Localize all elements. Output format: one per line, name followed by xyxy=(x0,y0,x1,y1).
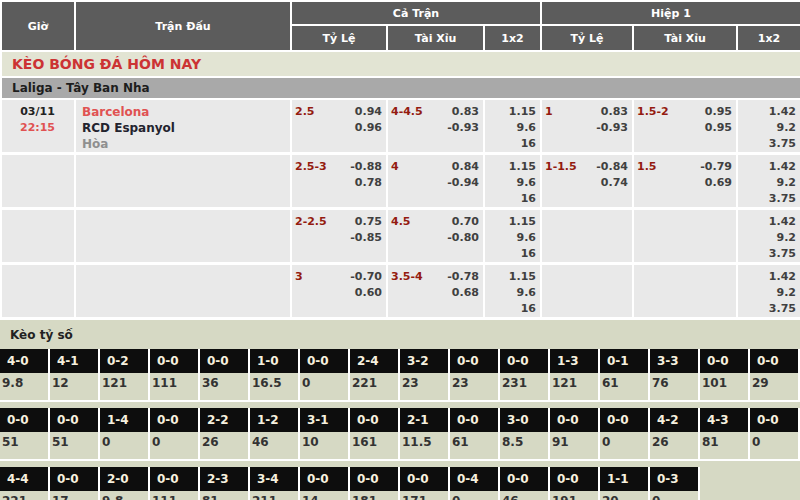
ft-1x2-cell[interactable]: 1.15 9.6 16 xyxy=(484,209,541,264)
ft-over-under-cell[interactable]: 4-4.50.83 -0.93 xyxy=(387,99,484,154)
score-odds-cell[interactable]: 4-4221 xyxy=(0,467,50,500)
away-team[interactable]: RCD Espanyol xyxy=(82,120,286,136)
score-odds-cell[interactable]: 0-023 xyxy=(450,349,500,402)
h1-handicap-cell[interactable]: 10.83 -0.93 xyxy=(541,99,633,154)
h1-1x2-cell[interactable]: 1.42 9.2 3.75 xyxy=(737,209,800,264)
col-header-ft-handicap: Tỷ Lệ xyxy=(291,25,387,51)
correct-score-section: Kèo tỷ số 4-09.84-1120-21210-01110-0361-… xyxy=(0,320,800,500)
score-odds-cell[interactable]: 0-161 xyxy=(600,349,650,402)
over-under-line: 4-4.5 xyxy=(391,104,423,120)
ft-handicap-cell[interactable]: 2.5-3-0.88 0.78 xyxy=(291,154,387,209)
match-teams-cell[interactable]: Barcelona RCD Espanyol Hòa xyxy=(75,99,291,154)
score-odds-cell[interactable]: 0-051 xyxy=(50,408,100,461)
score-odds-value: 0 xyxy=(650,491,698,500)
score-odds-cell[interactable]: 0-036 xyxy=(200,349,250,402)
score-odds-cell[interactable]: 3-08.5 xyxy=(500,408,550,461)
match-teams-cell xyxy=(75,264,291,319)
score-odds-cell[interactable]: 0-00 xyxy=(750,408,800,461)
score-odds-cell[interactable]: 0-091 xyxy=(550,408,600,461)
score-odds-cell[interactable]: 0-40 xyxy=(450,467,500,500)
score-odds-cell[interactable]: 3-4211 xyxy=(250,467,300,500)
score-odds-cell[interactable]: 1-016.5 xyxy=(250,349,300,402)
h1-1x2-cell[interactable]: 1.42 9.2 3.75 xyxy=(737,154,800,209)
score-label: 1-2 xyxy=(250,408,298,432)
score-label: 0-0 xyxy=(550,467,598,491)
ft-handicap-cell[interactable]: 2-2.50.75 -0.85 xyxy=(291,209,387,264)
score-odds-cell[interactable]: 3-376 xyxy=(650,349,700,402)
h1-handicap-cell[interactable]: 1-1.5-0.84 0.74 xyxy=(541,154,633,209)
ft-over-under-cell[interactable]: 3.5-4-0.78 0.68 xyxy=(387,264,484,319)
score-odds-cell[interactable]: 0-0171 xyxy=(400,467,450,500)
score-odds-cell[interactable]: 3-223 xyxy=(400,349,450,402)
match-time: 22:15 xyxy=(5,120,70,136)
home-team[interactable]: Barcelona xyxy=(82,104,286,120)
score-odds-cell[interactable]: 1-246 xyxy=(250,408,300,461)
score-label: 2-0 xyxy=(100,467,148,491)
odds-x: 9.2 xyxy=(741,285,796,301)
score-odds-cell[interactable]: 0-00 xyxy=(300,349,350,402)
score-odds-cell[interactable]: 0-30 xyxy=(650,467,700,500)
score-odds-cell[interactable]: 0-00 xyxy=(600,408,650,461)
score-odds-cell[interactable]: 0-0161 xyxy=(350,408,400,461)
over-under-line: 1.5 xyxy=(637,159,657,175)
h1-over-under-cell xyxy=(633,264,737,319)
score-odds-cell[interactable]: 0-0181 xyxy=(350,467,400,500)
score-odds-cell[interactable]: 2-111.5 xyxy=(400,408,450,461)
score-label: 4-1 xyxy=(50,349,98,373)
ft-1x2-cell[interactable]: 1.15 9.6 16 xyxy=(484,99,541,154)
score-odds-cell[interactable]: 0-0191 xyxy=(550,467,600,500)
score-odds-cell[interactable]: 1-40 xyxy=(100,408,150,461)
score-odds-cell[interactable]: 0-0101 xyxy=(700,349,750,402)
h1-over-under-cell[interactable]: 1.5-0.79 0.69 xyxy=(633,154,737,209)
score-odds-value: 0 xyxy=(450,491,498,500)
score-odds-cell[interactable]: 2-381 xyxy=(200,467,250,500)
h1-1x2-cell[interactable]: 1.42 9.2 3.75 xyxy=(737,264,800,319)
score-odds-cell[interactable]: 2-09.8 xyxy=(100,467,150,500)
score-odds-cell[interactable]: 0-061 xyxy=(450,408,500,461)
over-under-line: 3.5-4 xyxy=(391,269,423,285)
score-label: 0-4 xyxy=(450,467,498,491)
score-label: 0-0 xyxy=(50,408,98,432)
score-odds-cell[interactable]: 4-226 xyxy=(650,408,700,461)
score-odds-cell[interactable]: 4-09.8 xyxy=(0,349,50,402)
score-odds-cell[interactable]: 2-226 xyxy=(200,408,250,461)
ft-over-under-cell[interactable]: 40.84 -0.94 xyxy=(387,154,484,209)
score-odds-cell[interactable]: 0-017 xyxy=(50,467,100,500)
score-odds-cell[interactable]: 0-0111 xyxy=(150,349,200,402)
score-odds-value: 0 xyxy=(100,432,148,459)
score-odds-cell[interactable]: 0-029 xyxy=(750,349,800,402)
score-label: 4-4 xyxy=(0,467,48,491)
score-odds-cell[interactable]: 1-120 xyxy=(600,467,650,500)
score-label: 3-3 xyxy=(650,349,698,373)
ft-handicap-cell[interactable]: 2.50.94 0.96 xyxy=(291,99,387,154)
h1-over-under-cell[interactable]: 1.5-20.95 0.95 xyxy=(633,99,737,154)
score-odds-cell[interactable]: 4-381 xyxy=(700,408,750,461)
score-odds-value: 101 xyxy=(700,373,748,400)
ft-handicap-cell[interactable]: 3-0.70 0.60 xyxy=(291,264,387,319)
col-header-h1-handicap: Tỷ Lệ xyxy=(541,25,633,51)
score-odds-cell[interactable]: 0-2121 xyxy=(100,349,150,402)
odds-over: -0.88 xyxy=(350,159,382,175)
ft-over-under-cell[interactable]: 4.50.70 -0.80 xyxy=(387,209,484,264)
ft-1x2-cell[interactable]: 1.15 9.6 16 xyxy=(484,264,541,319)
col-header-ft-over-under: Tài Xỉu xyxy=(387,25,484,51)
score-odds-cell[interactable]: 0-014 xyxy=(300,467,350,500)
score-label: 1-0 xyxy=(250,349,298,373)
h1-1x2-cell[interactable]: 1.42 9.2 3.75 xyxy=(737,99,800,154)
score-odds-cell[interactable]: 4-112 xyxy=(50,349,100,402)
score-odds-cell[interactable]: 3-110 xyxy=(300,408,350,461)
score-odds-cell[interactable]: 1-3121 xyxy=(550,349,600,402)
score-odds-cell[interactable]: 0-046 xyxy=(500,467,550,500)
score-odds-cell[interactable]: 2-4221 xyxy=(350,349,400,402)
score-odds-cell[interactable]: 0-0231 xyxy=(500,349,550,402)
score-odds-value: 36 xyxy=(200,373,248,400)
score-odds-cell[interactable]: 0-00 xyxy=(150,408,200,461)
col-header-h1-1x2: 1x2 xyxy=(737,25,800,51)
score-odds-value: 9.8 xyxy=(100,491,148,500)
ft-1x2-cell[interactable]: 1.15 9.6 16 xyxy=(484,154,541,209)
handicap-line: 2.5 xyxy=(295,104,315,120)
score-odds-cell[interactable]: 0-051 xyxy=(0,408,50,461)
col-header-match: Trận Đấu xyxy=(75,1,291,51)
col-header-h1-over-under: Tài Xỉu xyxy=(633,25,737,51)
score-odds-cell[interactable]: 0-0111 xyxy=(150,467,200,500)
